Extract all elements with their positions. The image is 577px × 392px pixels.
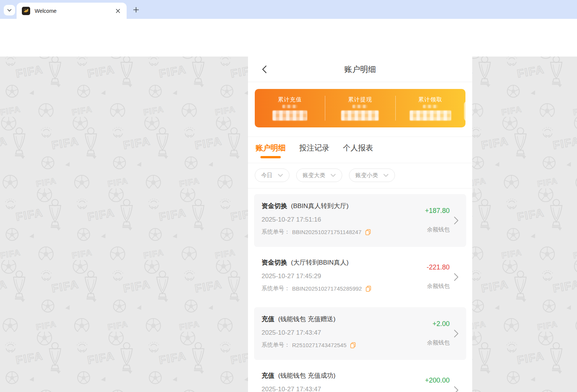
transaction-amount: +187.80 <box>425 207 450 215</box>
browser-tab-strip: Welcome <box>0 0 577 19</box>
chevron-right-icon <box>454 329 459 338</box>
chevron-down-icon <box>278 174 283 177</box>
transaction-amount-col: +2.00 余额钱包 <box>401 315 450 352</box>
watermark-tile: FIFA FIFA <box>537 260 577 333</box>
transaction-desc: (大厅转到BBIN真人) <box>291 259 349 266</box>
filter-label: 账变小类 <box>355 172 378 179</box>
watermark-tile: FIFA FIFA <box>537 117 577 190</box>
tab-label: 个人报表 <box>343 144 373 152</box>
svg-text:FIFA: FIFA <box>51 135 80 152</box>
svg-text:FIFA: FIFA <box>122 278 152 295</box>
copy-icon <box>350 342 356 348</box>
watermark-tile: FIFA FIFA <box>465 117 537 190</box>
copy-button[interactable] <box>350 342 356 348</box>
svg-text:FIFA: FIFA <box>36 176 57 188</box>
copy-button[interactable] <box>366 286 371 292</box>
transaction-info: 充值(钱能钱包 充值赠送) 2025-10-27 17:43:47 系统单号：R… <box>262 315 401 352</box>
masked-value <box>272 110 307 121</box>
svg-text:FIFA: FIFA <box>0 278 8 295</box>
copy-icon <box>366 286 371 292</box>
svg-text:FIFA: FIFA <box>143 248 165 260</box>
browser-tab[interactable]: Welcome <box>17 3 127 19</box>
watermark-tile: FIFA FIFA <box>573 332 577 392</box>
svg-text:FIFA: FIFA <box>72 104 93 117</box>
summary-label: 累计领取 <box>418 96 442 103</box>
summary-label: 累计充值 <box>278 96 302 103</box>
svg-text:FIFA: FIFA <box>552 278 577 295</box>
watermark-tile: FIFA FIFA <box>72 332 143 392</box>
svg-text:FIFA: FIFA <box>122 135 152 152</box>
transaction-row[interactable]: 充值(钱能钱包 充值赠送) 2025-10-27 17:43:47 系统单号：R… <box>254 307 466 360</box>
row-chevron[interactable] <box>451 371 461 392</box>
order-number-value: BBIN202510271745285992 <box>292 285 362 292</box>
filter-dropdown-1[interactable]: 账变大类 <box>296 168 342 182</box>
svg-text:FIFA: FIFA <box>194 135 223 152</box>
transaction-datetime: 2025-10-27 17:43:47 <box>262 386 401 392</box>
watermark-tile: FIFA FIFA <box>0 332 72 392</box>
transaction-desc: (钱能钱包 充值赠送) <box>278 315 335 323</box>
svg-text:FIFA: FIFA <box>194 278 223 295</box>
tab-search-button[interactable] <box>4 5 15 15</box>
filters-row: 今日 账变大类 账变小类 <box>248 163 472 188</box>
transaction-order-row: 系统单号：BBIN202510271751148247 <box>262 228 401 236</box>
svg-text:FIFA: FIFA <box>480 135 510 152</box>
new-tab-button[interactable] <box>131 5 141 15</box>
transaction-order-row: 系统单号：R2510271743472545 <box>262 341 401 349</box>
watermark-tile: FIFA FIFA <box>465 260 537 333</box>
svg-text:FIFA: FIFA <box>15 63 44 80</box>
page-background: FIFA FIFA FIFA <box>0 57 577 392</box>
carousel-next-peek[interactable] <box>464 101 472 121</box>
watermark-tile: FIFA FIFA <box>72 57 143 118</box>
watermark-tile: FIFA FIFA <box>0 117 36 190</box>
watermark-tile: FIFA FIFA <box>36 117 107 190</box>
watermark-tile: FIFA FIFA <box>143 57 215 118</box>
tab-bet-records[interactable]: 投注记录 <box>299 141 329 159</box>
transaction-list: 资金切换(BBIN真人转到大厅) 2025-10-27 17:51:16 系统单… <box>248 188 472 392</box>
back-chevron-button[interactable] <box>259 64 270 75</box>
order-number-label: 系统单号： <box>262 341 290 349</box>
order-number-value: R2510271743472545 <box>292 342 346 348</box>
transaction-row[interactable]: 充值(钱能钱包 充值成功) 2025-10-27 17:43:47 系统单号：R… <box>254 364 466 392</box>
filter-dropdown-0[interactable]: 今日 <box>255 168 289 182</box>
masked-value <box>410 110 451 121</box>
svg-text:FIFA: FIFA <box>215 248 236 260</box>
watermark-tile: FIFA FIFA <box>501 332 573 392</box>
watermark-tile: FIFA FIFA <box>72 188 143 262</box>
tab-personal-report[interactable]: 个人报表 <box>343 141 373 159</box>
svg-text:FIFA: FIFA <box>537 176 559 188</box>
summary-card: 累计充值 累计提现 累计领取 <box>255 89 465 127</box>
svg-text:FIFA: FIFA <box>15 349 44 366</box>
watermark-tile: FIFA FIFA <box>0 260 36 333</box>
wallet-label: 余额钱包 <box>427 283 450 290</box>
svg-text:FIFA: FIFA <box>143 104 165 117</box>
tab-close-icon[interactable] <box>115 8 121 14</box>
chevron-right-icon <box>454 386 459 392</box>
wallet-label: 余额钱包 <box>427 339 450 346</box>
page-title: 账户明细 <box>344 64 376 75</box>
svg-text:FIFA: FIFA <box>86 206 116 223</box>
row-chevron[interactable] <box>451 202 461 239</box>
transaction-datetime: 2025-10-27 17:51:16 <box>262 216 401 224</box>
summary-separator <box>325 96 325 121</box>
svg-text:FIFA: FIFA <box>516 206 545 223</box>
watermark-tile: FIFA FIFA <box>36 260 107 333</box>
row-chevron[interactable] <box>451 315 461 352</box>
copy-button[interactable] <box>365 229 371 235</box>
svg-text:FIFA: FIFA <box>0 135 8 152</box>
svg-text:FIFA: FIFA <box>86 349 116 366</box>
tab-label: 账户明细 <box>256 144 286 152</box>
tab-account-detail[interactable]: 账户明细 <box>256 141 286 159</box>
filter-dropdown-2[interactable]: 账变小类 <box>349 168 395 182</box>
watermark-tile: FIFA FIFA <box>107 260 179 333</box>
masked-subvalue <box>352 105 367 108</box>
transaction-row[interactable]: 资金切换(大厅转到BBIN真人) 2025-10-27 17:45:29 系统单… <box>254 251 466 303</box>
chevron-right-icon <box>454 216 459 225</box>
svg-text:FIFA: FIFA <box>215 104 236 117</box>
chevron-left-icon <box>262 65 267 74</box>
chevron-right-icon <box>454 273 459 281</box>
summary-separator <box>395 96 396 121</box>
transaction-row[interactable]: 资金切换(BBIN真人转到大厅) 2025-10-27 17:51:16 系统单… <box>254 194 466 247</box>
row-chevron[interactable] <box>451 258 461 296</box>
account-detail-panel: 账户明细 累计充值 累计提现 累计领取 账户明细投注记录个人报表 今日 账变大类… <box>248 57 472 392</box>
order-number-label: 系统单号： <box>262 228 290 236</box>
